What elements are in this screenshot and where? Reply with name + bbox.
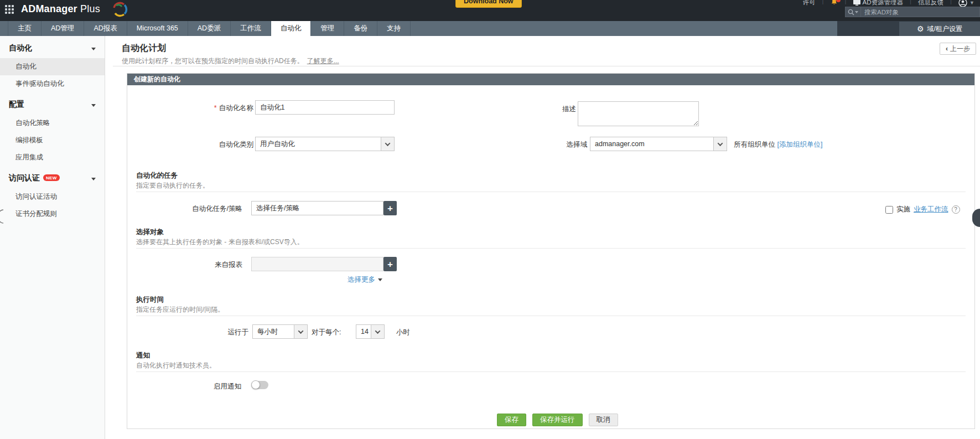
main-content: 自动化计划 使用此计划程序，您可以在预先指定的时间自动执行AD任务。了解更多..…	[105, 36, 980, 439]
chevron-down-icon	[378, 278, 382, 281]
sidebar-item-certificate-assignment-rules[interactable]: 证书分配规则	[0, 205, 105, 223]
chevron-down-icon	[381, 137, 394, 151]
cancel-button[interactable]: 取消	[589, 414, 618, 426]
enable-notification-toggle[interactable]	[251, 381, 268, 389]
chevron-down-icon	[713, 137, 727, 151]
apps-grid-icon[interactable]	[5, 5, 16, 16]
license-link[interactable]: 许可	[803, 0, 816, 7]
ou-info: 所有组织单位 [添加组织单位]	[734, 140, 822, 149]
tab-support[interactable]: 支持	[377, 21, 411, 36]
tab-admin[interactable]: 管理	[311, 21, 344, 36]
sidebar-section-configuration[interactable]: 配置	[0, 92, 105, 115]
page-subtitle: 使用此计划程序，您可以在预先指定的时间自动执行AD任务。了解更多...	[122, 56, 339, 66]
tasks-section-desc: 指定要自动执行的任务。	[136, 181, 209, 190]
add-task-button[interactable]: +	[383, 201, 397, 215]
notify-section-desc: 自动化执行时通知技术员。	[136, 361, 216, 370]
chevron-left-icon: ‹	[946, 45, 948, 53]
automation-category-select[interactable]: 用户自动化	[255, 137, 395, 151]
save-and-run-button[interactable]: 保存并运行	[532, 414, 583, 426]
sidebar-item-event-driven-automation[interactable]: 事件驱动自动化	[0, 75, 105, 92]
from-reports-input[interactable]	[251, 257, 383, 271]
add-report-button[interactable]: +	[383, 257, 397, 271]
section-divider	[136, 192, 966, 192]
sidebar-item-orchestration-templates[interactable]: 编排模板	[0, 132, 105, 149]
search-input[interactable]	[861, 9, 979, 16]
download-now-button[interactable]: Download Now	[455, 0, 522, 8]
add-ou-link[interactable]: [添加组织单位]	[777, 141, 822, 148]
learn-more-link[interactable]: 了解更多...	[307, 57, 339, 65]
sidebar-section-access-certification[interactable]: 访问认证NEW	[0, 166, 105, 188]
sidebar-section-automation[interactable]: 自动化	[0, 36, 105, 58]
select-domain-select[interactable]: admanager.com	[590, 137, 727, 151]
chevron-down-icon	[371, 325, 384, 338]
sidebar-item-automation-policy[interactable]: 自动化策略	[0, 115, 105, 132]
interval-select[interactable]: 14	[356, 324, 385, 339]
action-buttons: 保存 保存并运行 取消	[497, 414, 618, 426]
back-button[interactable]: ‹ 上一步	[940, 43, 976, 55]
sidebar: 自动化 自动化 事件驱动自动化 配置 自动化策略 编排模板 应用集成 访问认证N…	[0, 36, 105, 439]
run-at-label: 运行于	[127, 328, 248, 337]
sidebar-item-access-certification-campaign[interactable]: 访问认证活动	[0, 188, 105, 205]
section-divider	[136, 316, 966, 316]
top-bar: ADManager Plus Download Now 许可 | | AD资源管…	[0, 0, 980, 21]
automation-name-label: *自动化名称	[127, 104, 253, 113]
chevron-down-icon	[91, 48, 96, 50]
description-textarea[interactable]	[578, 101, 699, 126]
sidebar-collapse-handle[interactable]	[0, 209, 4, 224]
tab-backup[interactable]: 备份	[344, 21, 377, 36]
create-automation-panel: 创建新的自动化 *自动化名称 描述 自动化类别 用户自动化 选择域 admana…	[127, 73, 975, 429]
separator: |	[910, 0, 911, 4]
sidebar-item-app-integrations[interactable]: 应用集成	[0, 149, 105, 166]
tab-ad-management[interactable]: AD管理	[42, 21, 84, 36]
implement-workflow-checkbox[interactable]	[885, 206, 893, 214]
tab-ad-reports[interactable]: AD报表	[84, 21, 127, 36]
workflow-option: 实施 业务工作流 ?	[885, 205, 960, 214]
domain-settings-button[interactable]: ⚙ 域/租户设置	[899, 22, 980, 36]
schedule-section-desc: 指定任务应运行的时间/间隔。	[136, 305, 224, 314]
app-name-bold: ADManager	[21, 3, 77, 14]
notifications-bell[interactable]	[831, 0, 838, 6]
ad-explorer-link[interactable]: AD资源管理器	[853, 0, 903, 7]
enable-notification-label: 启用通知	[127, 382, 241, 391]
separator: |	[845, 0, 847, 4]
sidebar-item-automation[interactable]: 自动化	[0, 58, 105, 75]
topbar-links: 许可 | | AD资源管理器 | 信息反馈 | ▼	[803, 0, 974, 7]
chevron-down-icon	[91, 104, 96, 107]
ad-object-search	[845, 7, 980, 17]
automation-name-input[interactable]	[255, 100, 395, 115]
header-divider	[113, 66, 980, 66]
select-more-link[interactable]: 选择更多	[348, 275, 382, 285]
help-icon[interactable]: ?	[952, 205, 960, 214]
tab-automation[interactable]: 自动化	[271, 21, 312, 36]
tab-home[interactable]: 主页	[8, 21, 42, 36]
hours-unit-label: 小时	[396, 328, 410, 337]
required-asterisk: *	[214, 104, 217, 112]
logo-swirl-icon	[110, 0, 128, 19]
search-icon	[848, 9, 854, 16]
main-navigation: 主页 AD管理 AD报表 Microsoft 365 AD委派 工作流 自动化 …	[0, 21, 980, 36]
toggle-knob	[251, 380, 260, 389]
select-domain-label: 选择域	[459, 140, 587, 149]
all-ou-text: 所有组织单位	[734, 141, 775, 148]
section-divider	[136, 371, 966, 372]
tab-workflow[interactable]: 工作流	[231, 21, 271, 36]
schedule-section-title: 执行时间	[136, 295, 164, 304]
task-policy-input[interactable]	[251, 201, 383, 215]
chevron-down-icon	[294, 325, 307, 338]
tab-microsoft-365[interactable]: Microsoft 365	[127, 21, 188, 36]
user-account-menu[interactable]: ▼	[958, 0, 974, 7]
ad-explorer-icon	[853, 0, 860, 6]
business-workflow-link[interactable]: 业务工作流	[914, 205, 948, 214]
search-scope-button[interactable]	[846, 7, 861, 17]
from-reports-label: 来自报表	[127, 260, 242, 270]
app-name-light: Plus	[80, 3, 100, 14]
section-divider	[136, 248, 966, 249]
new-badge: NEW	[43, 174, 60, 181]
frequency-select[interactable]: 每小时	[252, 324, 308, 339]
feedback-link[interactable]: 信息反馈	[918, 0, 943, 7]
tab-ad-delegation[interactable]: AD委派	[188, 21, 231, 36]
save-button[interactable]: 保存	[497, 414, 526, 426]
separator: |	[950, 0, 952, 4]
notify-section-title: 通知	[136, 351, 150, 360]
app-logo: ADManager Plus	[21, 3, 100, 15]
